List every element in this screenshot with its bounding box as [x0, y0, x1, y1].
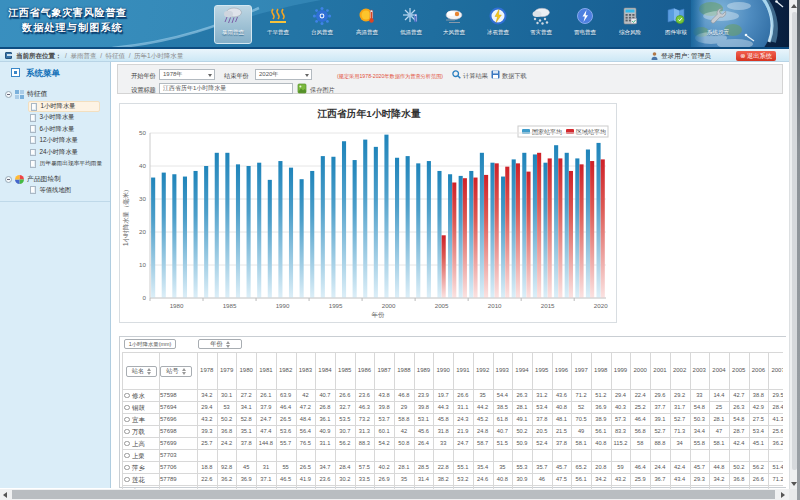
svg-text:50: 50: [139, 129, 146, 136]
svg-text:1小时降水量（毫米）: 1小时降水量（毫米）: [122, 186, 130, 246]
svg-text:20: 20: [139, 228, 146, 235]
svg-text:1980: 1980: [170, 302, 184, 309]
svg-text:年份: 年份: [372, 311, 386, 319]
svg-text:0: 0: [143, 294, 147, 301]
svg-text:2020: 2020: [594, 302, 608, 309]
svg-text:2010: 2010: [488, 302, 502, 309]
svg-text:30: 30: [139, 195, 146, 202]
svg-text:2015: 2015: [541, 302, 555, 309]
svg-text:1985: 1985: [223, 302, 237, 309]
svg-text:江西省历年1小时降水量: 江西省历年1小时降水量: [317, 108, 421, 119]
svg-text:10: 10: [139, 261, 146, 268]
svg-text:2005: 2005: [435, 302, 449, 309]
svg-text:2000: 2000: [382, 302, 396, 309]
svg-text:国家站平均: 国家站平均: [532, 128, 562, 136]
svg-text:区域站平均: 区域站平均: [576, 128, 606, 136]
svg-text:1990: 1990: [276, 302, 290, 309]
svg-text:1995: 1995: [329, 302, 343, 309]
svg-text:40: 40: [139, 162, 146, 169]
